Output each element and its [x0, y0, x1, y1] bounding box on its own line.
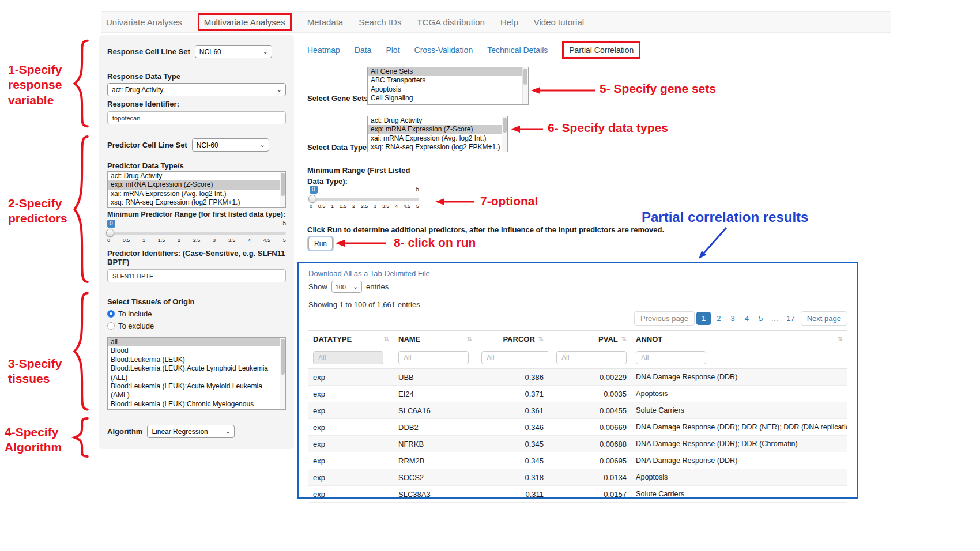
- nav-tcga-distribution[interactable]: TCGA distribution: [417, 17, 485, 27]
- brace-icon: [69, 289, 90, 413]
- list-option[interactable]: Blood: [108, 346, 285, 355]
- annotation-step3: 3-Specify tissues: [8, 356, 69, 387]
- tab-data[interactable]: Data: [355, 46, 372, 55]
- page-button-17[interactable]: 17: [782, 312, 798, 325]
- tab-cross-validation[interactable]: Cross-Validation: [414, 46, 473, 55]
- min-predictor-range-label: Minimum Predictor Range (for first liste…: [107, 210, 286, 218]
- pagination: Previous page 1 2 3 4 5 … 17 Next page: [308, 311, 847, 326]
- slider-handle[interactable]: [106, 229, 114, 237]
- page-button-2[interactable]: 2: [713, 312, 725, 325]
- page-button-5[interactable]: 5: [755, 312, 767, 325]
- results-table: DATATYPE ⇅ NAME ⇅ PARCOR ⇅ PVAL ⇅ ANNOT …: [308, 330, 847, 503]
- page-button-4[interactable]: 4: [741, 312, 753, 325]
- filter-name[interactable]: [398, 351, 469, 364]
- tick-label: 1: [331, 203, 334, 209]
- predictor-cell-line-set-value: NCI-60: [197, 141, 218, 149]
- nav-metadata[interactable]: Metadata: [307, 17, 344, 27]
- nav-univariate-analyses[interactable]: Univariate Analyses: [106, 17, 182, 27]
- tick-label: 5: [283, 237, 286, 243]
- column-header-annot[interactable]: ANNOT ⇅: [636, 335, 843, 344]
- chevron-down-icon: ⌄: [353, 283, 358, 290]
- table-row[interactable]: expSLC38A3 0.3110.0157 Solute Carriers: [308, 486, 847, 503]
- scrollbar-thumb[interactable]: [503, 118, 507, 133]
- slider-max-label: 5: [282, 220, 286, 227]
- filter-annot[interactable]: [636, 351, 706, 364]
- column-header-pval[interactable]: PVAL ⇅: [553, 335, 627, 344]
- slider-track[interactable]: [107, 232, 286, 235]
- slider-handle[interactable]: [308, 195, 316, 203]
- table-row[interactable]: expUBB 0.3860.00229 DNA Damage Response …: [308, 369, 847, 386]
- slider-track[interactable]: [310, 198, 419, 201]
- tick-label: 2: [352, 203, 355, 209]
- list-option-selected[interactable]: All Gene Sets: [368, 67, 528, 76]
- predictor-identifiers-input[interactable]: [107, 269, 286, 282]
- response-cell-line-set-select[interactable]: NCI-60 ⌄: [195, 45, 272, 58]
- show-entries-select[interactable]: 100 ⌄: [331, 281, 363, 293]
- list-option[interactable]: xai: mRNA Expression (Avg. log2 Int.): [108, 190, 285, 198]
- filter-pval[interactable]: [556, 351, 627, 364]
- nav-video-tutorial[interactable]: Video tutorial: [534, 17, 584, 27]
- annotation-step8: 8- click on run: [394, 235, 476, 250]
- list-option-selected[interactable]: all: [108, 338, 285, 346]
- table-row[interactable]: expSLC6A16 0.3610.00455 Solute Carriers: [308, 402, 847, 419]
- previous-page-button[interactable]: Previous page: [634, 311, 695, 326]
- list-option-selected[interactable]: exp: mRNA Expression (Z-Score): [108, 180, 285, 189]
- brace-icon: [69, 38, 90, 129]
- annotation-step4: 4-Specify Algorithm: [5, 425, 69, 455]
- list-option[interactable]: act: Drug Activity: [108, 172, 285, 180]
- list-option[interactable]: xai: mRNA Expression (Avg. log2 Int.): [368, 134, 507, 143]
- table-row[interactable]: expDDB2 0.3460.00669 DNA Damage Response…: [308, 419, 847, 436]
- list-option[interactable]: Cell Signaling: [368, 94, 528, 103]
- list-option-selected[interactable]: exp: mRNA Expression (Z-Score): [368, 125, 507, 134]
- blue-arrow-icon: [692, 227, 732, 262]
- scrollbar-thumb[interactable]: [281, 339, 285, 375]
- page-button-3[interactable]: 3: [727, 312, 739, 325]
- scrollbar[interactable]: [280, 172, 285, 207]
- sort-icon: ⇅: [621, 335, 627, 343]
- column-header-parcor[interactable]: PARCOR ⇅: [481, 335, 544, 344]
- tab-partial-correlation[interactable]: Partial Correlation: [562, 41, 640, 59]
- annotation-step5: 5- Specify gene sets: [600, 81, 716, 96]
- tab-technical-details[interactable]: Technical Details: [487, 46, 548, 55]
- radio-include[interactable]: [107, 310, 115, 318]
- predictor-cell-line-set-label: Predictor Cell Line Set: [107, 141, 187, 149]
- table-row[interactable]: expRRM2B 0.3450.00695 DNA Damage Respons…: [308, 452, 847, 469]
- list-option[interactable]: ABC Transporters: [368, 76, 528, 85]
- scrollbar[interactable]: [280, 338, 285, 409]
- algorithm-select[interactable]: Linear Regression ⌄: [147, 425, 235, 438]
- predictor-cell-line-set-select[interactable]: NCI-60 ⌄: [192, 138, 269, 152]
- radio-exclude[interactable]: [107, 322, 115, 330]
- list-option[interactable]: Blood:Leukemia (LEUK):Acute Lymphoid Leu…: [108, 364, 285, 382]
- table-row[interactable]: expNFRKB 0.3450.00688 DNA Damage Respons…: [308, 436, 847, 452]
- response-identifier-input[interactable]: [107, 111, 286, 124]
- filter-parcor[interactable]: [481, 351, 548, 364]
- scrollbar-thumb[interactable]: [523, 69, 527, 85]
- response-data-type-select[interactable]: act: Drug Activity ⌄: [107, 83, 286, 96]
- list-option[interactable]: act: Drug Activity: [368, 116, 507, 125]
- scrollbar[interactable]: [522, 67, 528, 104]
- download-link[interactable]: Download All as a Tab-Delimited File: [308, 269, 847, 278]
- scrollbar-thumb[interactable]: [281, 173, 285, 196]
- list-option[interactable]: xsq: RNA-seq Expression (log2 FPKM+1.): [368, 143, 507, 152]
- table-row[interactable]: expEI24 0.3710.0035 Apoptosis: [308, 386, 847, 402]
- filter-datatype[interactable]: [313, 351, 383, 364]
- tab-plot[interactable]: Plot: [386, 46, 399, 55]
- scrollbar[interactable]: [502, 116, 507, 152]
- tab-heatmap[interactable]: Heatmap: [307, 46, 340, 55]
- column-header-name[interactable]: NAME ⇅: [398, 335, 472, 344]
- list-option[interactable]: Apoptosis: [368, 85, 528, 94]
- nav-help[interactable]: Help: [500, 17, 518, 27]
- list-option[interactable]: Blood:Leukemia (LEUK):Acute Myeloid Leuk…: [108, 382, 285, 400]
- run-button[interactable]: Run: [308, 237, 333, 250]
- nav-multivariate-analyses[interactable]: Multivariate Analyses: [198, 13, 292, 31]
- nav-search-ids[interactable]: Search IDs: [359, 17, 401, 27]
- next-page-button[interactable]: Next page: [801, 311, 847, 326]
- list-option[interactable]: xsq: RNA-seq Expression (log2 FPKM+1.): [108, 198, 285, 207]
- page-button-1[interactable]: 1: [696, 312, 711, 325]
- list-option[interactable]: Blood:Leukemia (LEUK): [108, 356, 285, 364]
- table-row[interactable]: expSOCS2 0.3180.0134 Apoptosis: [308, 469, 847, 486]
- annotation-step6: 6- Specify data types: [548, 120, 668, 135]
- column-header-datatype[interactable]: DATATYPE ⇅: [313, 335, 389, 344]
- response-identifier-label: Response Identifier:: [107, 100, 286, 108]
- list-option[interactable]: Blood:Leukemia (LEUK):Chronic Myelogenou…: [108, 400, 285, 410]
